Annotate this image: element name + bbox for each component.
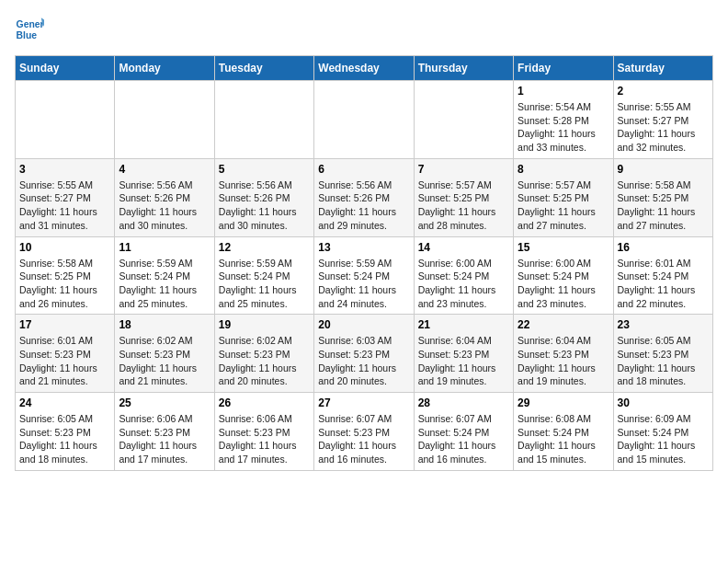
calendar-cell: 13Sunrise: 5:59 AM Sunset: 5:24 PM Dayli… [314,236,414,315]
day-info: Sunrise: 5:56 AM Sunset: 5:26 PM Dayligh… [318,178,409,233]
day-info: Sunrise: 6:08 AM Sunset: 5:24 PM Dayligh… [518,412,609,466]
day-info: Sunrise: 6:09 AM Sunset: 5:24 PM Dayligh… [618,412,709,466]
day-number: 3 [19,163,110,176]
day-info: Sunrise: 5:59 AM Sunset: 5:24 PM Dayligh… [318,257,409,311]
weekday-header-monday: Monday [115,56,214,81]
calendar-cell [414,81,513,159]
day-info: Sunrise: 6:05 AM Sunset: 5:23 PM Dayligh… [19,412,110,466]
day-number: 20 [318,318,409,331]
weekday-header-friday: Friday [514,56,613,81]
calendar-cell: 25Sunrise: 6:06 AM Sunset: 5:23 PM Dayli… [115,393,214,471]
day-number: 23 [618,318,709,331]
calendar-cell: 9Sunrise: 5:58 AM Sunset: 5:25 PM Daylig… [613,158,712,236]
day-info: Sunrise: 6:01 AM Sunset: 5:23 PM Dayligh… [19,334,110,388]
day-info: Sunrise: 5:57 AM Sunset: 5:25 PM Dayligh… [418,178,509,233]
calendar-cell: 4Sunrise: 5:56 AM Sunset: 5:26 PM Daylig… [115,158,214,236]
day-info: Sunrise: 5:58 AM Sunset: 5:25 PM Dayligh… [19,257,110,311]
calendar-cell [314,81,414,159]
calendar-cell: 11Sunrise: 5:59 AM Sunset: 5:24 PM Dayli… [115,236,214,315]
weekday-header-row: SundayMondayTuesdayWednesdayThursdayFrid… [16,56,713,81]
calendar-cell: 19Sunrise: 6:02 AM Sunset: 5:23 PM Dayli… [214,315,313,393]
day-info: Sunrise: 6:00 AM Sunset: 5:24 PM Dayligh… [418,257,509,311]
day-number: 18 [119,318,210,331]
day-info: Sunrise: 5:56 AM Sunset: 5:26 PM Dayligh… [119,178,210,233]
day-number: 28 [418,396,509,409]
calendar-cell: 16Sunrise: 6:01 AM Sunset: 5:24 PM Dayli… [613,236,712,315]
day-number: 12 [219,241,310,254]
logo: General Blue [15,15,51,44]
calendar-cell: 12Sunrise: 5:59 AM Sunset: 5:24 PM Dayli… [214,236,313,315]
calendar-cell [115,81,214,159]
calendar-cell [214,81,313,159]
day-info: Sunrise: 5:59 AM Sunset: 5:24 PM Dayligh… [119,257,210,311]
calendar-week-5: 24Sunrise: 6:05 AM Sunset: 5:23 PM Dayli… [16,393,713,471]
calendar-header: SundayMondayTuesdayWednesdayThursdayFrid… [16,56,713,81]
day-number: 1 [518,85,609,98]
day-number: 7 [418,163,509,176]
day-number: 4 [119,163,210,176]
weekday-header-thursday: Thursday [414,56,513,81]
calendar-week-3: 10Sunrise: 5:58 AM Sunset: 5:25 PM Dayli… [16,236,713,315]
logo-icon: General Blue [15,15,44,44]
calendar-cell: 15Sunrise: 6:00 AM Sunset: 5:24 PM Dayli… [514,236,613,315]
calendar-week-2: 3Sunrise: 5:55 AM Sunset: 5:27 PM Daylig… [16,158,713,236]
calendar-cell: 18Sunrise: 6:02 AM Sunset: 5:23 PM Dayli… [115,315,214,393]
calendar-cell: 3Sunrise: 5:55 AM Sunset: 5:27 PM Daylig… [16,158,115,236]
day-number: 17 [19,318,110,331]
weekday-header-saturday: Saturday [613,56,712,81]
day-info: Sunrise: 6:02 AM Sunset: 5:23 PM Dayligh… [119,334,210,388]
day-info: Sunrise: 6:05 AM Sunset: 5:23 PM Dayligh… [618,334,709,388]
day-number: 26 [219,396,310,409]
day-info: Sunrise: 6:01 AM Sunset: 5:24 PM Dayligh… [618,257,709,311]
day-number: 19 [219,318,310,331]
day-info: Sunrise: 5:54 AM Sunset: 5:28 PM Dayligh… [518,100,609,155]
svg-text:Blue: Blue [17,30,38,40]
calendar-cell: 6Sunrise: 5:56 AM Sunset: 5:26 PM Daylig… [314,158,414,236]
day-number: 5 [219,163,310,176]
day-info: Sunrise: 6:07 AM Sunset: 5:24 PM Dayligh… [418,412,509,466]
calendar-cell: 23Sunrise: 6:05 AM Sunset: 5:23 PM Dayli… [613,315,712,393]
calendar-cell: 7Sunrise: 5:57 AM Sunset: 5:25 PM Daylig… [414,158,513,236]
calendar-cell [16,81,115,159]
calendar-table: SundayMondayTuesdayWednesdayThursdayFrid… [15,55,713,471]
day-number: 29 [518,396,609,409]
day-number: 15 [518,241,609,254]
day-number: 27 [318,396,409,409]
day-info: Sunrise: 5:55 AM Sunset: 5:27 PM Dayligh… [19,178,110,233]
day-info: Sunrise: 6:02 AM Sunset: 5:23 PM Dayligh… [219,334,310,388]
calendar-cell: 1Sunrise: 5:54 AM Sunset: 5:28 PM Daylig… [514,81,613,159]
day-number: 6 [318,163,409,176]
day-number: 13 [318,241,409,254]
calendar-cell: 22Sunrise: 6:04 AM Sunset: 5:23 PM Dayli… [514,315,613,393]
day-info: Sunrise: 6:06 AM Sunset: 5:23 PM Dayligh… [219,412,310,466]
day-info: Sunrise: 5:57 AM Sunset: 5:25 PM Dayligh… [518,178,609,233]
calendar-cell: 14Sunrise: 6:00 AM Sunset: 5:24 PM Dayli… [414,236,513,315]
day-info: Sunrise: 6:06 AM Sunset: 5:23 PM Dayligh… [119,412,210,466]
day-number: 25 [119,396,210,409]
calendar-cell: 2Sunrise: 5:55 AM Sunset: 5:27 PM Daylig… [613,81,712,159]
day-info: Sunrise: 5:59 AM Sunset: 5:24 PM Dayligh… [219,257,310,311]
day-number: 21 [418,318,509,331]
day-number: 24 [19,396,110,409]
day-number: 30 [618,396,709,409]
calendar-cell: 8Sunrise: 5:57 AM Sunset: 5:25 PM Daylig… [514,158,613,236]
day-number: 2 [618,85,709,98]
day-number: 16 [618,241,709,254]
calendar-cell: 30Sunrise: 6:09 AM Sunset: 5:24 PM Dayli… [613,393,712,471]
day-info: Sunrise: 6:07 AM Sunset: 5:23 PM Dayligh… [318,412,409,466]
calendar-cell: 17Sunrise: 6:01 AM Sunset: 5:23 PM Dayli… [16,315,115,393]
day-number: 8 [518,163,609,176]
weekday-header-wednesday: Wednesday [314,56,414,81]
day-number: 22 [518,318,609,331]
calendar-cell: 20Sunrise: 6:03 AM Sunset: 5:23 PM Dayli… [314,315,414,393]
calendar-week-4: 17Sunrise: 6:01 AM Sunset: 5:23 PM Dayli… [16,315,713,393]
calendar-body: 1Sunrise: 5:54 AM Sunset: 5:28 PM Daylig… [16,81,713,471]
svg-text:General: General [17,19,44,29]
day-info: Sunrise: 6:04 AM Sunset: 5:23 PM Dayligh… [418,334,509,388]
day-info: Sunrise: 6:00 AM Sunset: 5:24 PM Dayligh… [518,257,609,311]
day-info: Sunrise: 5:56 AM Sunset: 5:26 PM Dayligh… [219,178,310,233]
calendar-week-1: 1Sunrise: 5:54 AM Sunset: 5:28 PM Daylig… [16,81,713,159]
calendar-cell: 21Sunrise: 6:04 AM Sunset: 5:23 PM Dayli… [414,315,513,393]
page-header: General Blue [15,15,713,44]
day-info: Sunrise: 6:04 AM Sunset: 5:23 PM Dayligh… [518,334,609,388]
